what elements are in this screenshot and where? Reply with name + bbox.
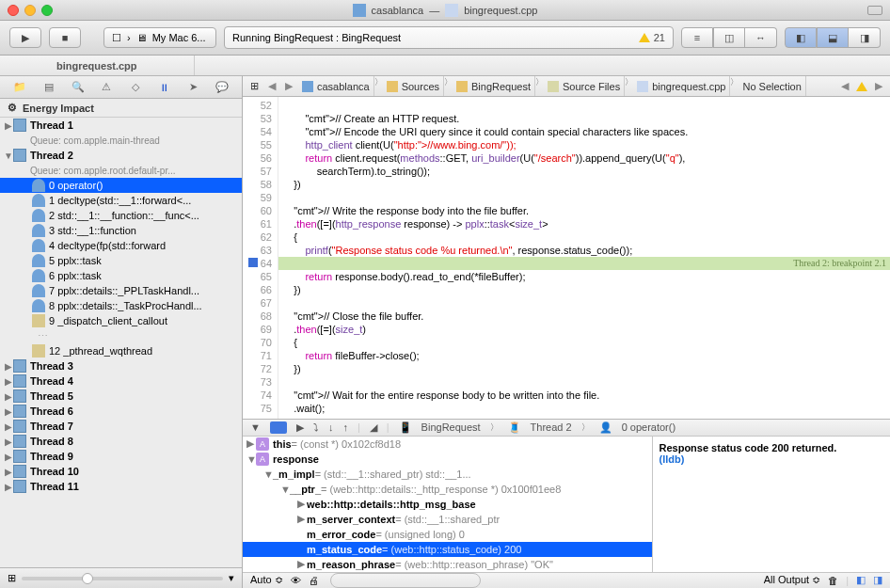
variables-filter[interactable] [330,573,481,588]
process-header[interactable]: ⚙Energy Impact [0,99,242,118]
jump-bar-segment[interactable]: casablanca [298,76,374,96]
thread-icon: 🧵 [508,421,521,434]
print-icon[interactable]: 🖨 [309,575,319,586]
variable-row[interactable]: ▼__ptr_ = (web::http::details::_http_res… [243,482,652,497]
thread-icon [13,420,26,433]
editor-mode-group: ≡ ◫ ↔ [681,27,777,48]
thread-row[interactable]: ▶Thread 5 [0,389,242,404]
step-into-button[interactable]: ↓ [328,421,334,433]
source-editor[interactable]: 525354555657585960616263 646566676869707… [243,97,890,419]
hide-debug-icon[interactable]: ▼ [250,421,261,433]
variable-row[interactable]: ▶m_server_context = (std::__1::shared_pt… [243,512,652,527]
debug-nav-icon[interactable]: ⏸ [156,80,171,95]
stack-frame-row[interactable]: 2 std::__1::__function::__func<... [0,208,242,223]
prev-issue-button[interactable]: ◀ [837,80,852,92]
project-nav-icon[interactable]: 📁 [12,80,27,95]
toggle-utilities-button[interactable]: ◨ [849,27,881,48]
thread-row[interactable]: ▶Thread 8 [0,434,242,449]
assistant-editor-button[interactable]: ◫ [713,27,745,48]
debug-frame[interactable]: 0 operator() [622,421,675,433]
variables-view[interactable]: ▶Athis = (const *) 0x102cf8d18▼Aresponse… [243,437,653,572]
quicklook-icon[interactable]: 👁 [291,575,301,586]
show-vars-icon[interactable]: ◧ [856,574,866,586]
issue-nav-icon[interactable]: ⚠ [99,80,114,95]
thread-row[interactable]: ▶Thread 9 [0,449,242,464]
line-gutter[interactable]: 525354555657585960616263 646566676869707… [243,97,278,419]
variable-row[interactable]: m_error_code = (unsigned long) 0 [243,527,652,542]
toggle-debug-button[interactable]: ⬓ [817,27,849,48]
variable-row[interactable]: ▶Athis = (const *) 0x102cf8d18 [243,437,652,452]
filter-menu-icon[interactable]: ▾ [229,572,234,584]
stack-frame-row[interactable]: 0 operator() [0,178,242,193]
related-items-icon[interactable]: ⊞ [246,80,262,92]
jump-bar-segment[interactable]: Sources [383,76,444,96]
back-button[interactable]: ◀ [264,80,279,92]
auto-variables-selector[interactable]: Auto ≎ [250,574,283,586]
thread-row[interactable]: ▶Thread 7 [0,419,242,434]
stack-frame-row[interactable]: 3 std::__1::function [0,223,242,238]
version-editor-button[interactable]: ↔ [745,27,777,48]
toggle-navigator-button[interactable]: ◧ [785,27,817,48]
forward-button[interactable]: ▶ [281,80,296,92]
variable-row[interactable]: m_status_code = (web::http::status_code)… [243,542,652,557]
show-console-icon[interactable]: ◨ [873,574,882,586]
run-button[interactable]: ▶ [9,27,41,48]
title-file: bingrequest.cpp [464,5,537,16]
file-icon [445,4,458,17]
step-over-button[interactable]: ⤵ [313,421,319,433]
variable-row[interactable]: ▶web::http::details::http_msg_base [243,497,652,512]
thread-icon [13,389,26,403]
report-nav-icon[interactable]: 💬 [215,80,230,95]
thread-row[interactable]: ▶Thread 11 [0,479,242,494]
thread-row[interactable]: ▼Thread 2 [0,148,242,163]
thread-row[interactable]: ▶Thread 1 [0,118,242,133]
code-content[interactable]: "cmt">// Create an HTTP request. "cmt">/… [278,97,890,419]
detail-slider[interactable] [22,577,223,580]
segment-icon [637,81,648,92]
variable-row[interactable]: ▼Aresponse [243,452,652,467]
stack-frame-row[interactable]: 5 pplx::task [0,253,242,268]
stack-frame-row[interactable]: 1 decltype(std::__1::forward<... [0,193,242,208]
variable-row[interactable]: ▼_m_impl = (std::__1::shared_ptr) std::_… [243,467,652,482]
variable-row[interactable]: ▶m_reason_phrase = (web::http::reason_ph… [243,557,652,572]
jump-bar-segment[interactable]: No Selection [739,76,805,96]
step-out-button[interactable]: ↑ [342,421,348,433]
thread-row[interactable]: ▶Thread 10 [0,464,242,479]
stack-frame-row[interactable]: 8 pplx::details::_TaskProcHandl... [0,298,242,313]
thread-tree[interactable]: ▶Thread 1Queue: com.apple.main-thread▼Th… [0,118,242,567]
jump-bar-segment[interactable]: bingrequest.cpp [633,76,730,96]
breakpoints-toggle[interactable] [270,421,287,434]
project-icon [353,4,366,17]
stack-frame-row[interactable]: 9 _dispatch_client_callout [0,313,242,328]
debug-target[interactable]: BingRequest [421,421,481,433]
thread-row[interactable]: ▶Thread 4 [0,373,242,389]
jump-bar-segment[interactable]: BingRequest [453,76,535,96]
stack-frame-row[interactable]: 6 pplx::task [0,268,242,283]
test-nav-icon[interactable]: ◇ [128,80,143,95]
stop-button[interactable]: ■ [49,27,81,48]
breakpoint-nav-icon[interactable]: ➤ [185,80,200,95]
debug-thread[interactable]: Thread 2 [531,421,572,433]
thread-row[interactable]: ▶Thread 3 [0,358,242,373]
thread-row[interactable]: ▶Thread 6 [0,404,242,419]
debug-view-icon[interactable]: ◢ [370,421,377,434]
stack-frame-row[interactable]: 7 pplx::details::_PPLTaskHandl... [0,283,242,298]
clear-console-icon[interactable]: 🗑 [828,575,838,586]
filter-icon[interactable]: ⊞ [8,572,16,584]
standard-editor-button[interactable]: ≡ [681,27,713,48]
issue-count[interactable]: 21 [639,32,665,43]
stack-frame-row[interactable]: 12 _pthread_wqthread [0,343,242,358]
debug-bar: ▼ ▶ ⤵ ↓ ↑ | ◢ | 📱 BingRequest 〉 🧵 Thread… [243,420,890,437]
scheme-selector[interactable]: ☐›🖥 My Mac 6... [103,27,216,48]
next-issue-button[interactable]: ▶ [871,80,886,92]
continue-button[interactable]: ▶ [296,421,304,434]
stack-frame-row[interactable]: ⋯ [0,328,242,343]
console-view[interactable]: Response status code 200 returned. (lldb… [653,437,890,572]
output-filter-selector[interactable]: All Output ≎ [764,574,820,586]
stack-frame-row[interactable]: 4 decltype(fp(std::forward [0,238,242,253]
file-tab[interactable]: bingrequest.cpp [0,56,195,75]
jump-bar-segment[interactable]: Source Files [544,76,625,96]
find-nav-icon[interactable]: 🔍 [71,80,86,95]
thread-icon [13,359,26,373]
symbol-nav-icon[interactable]: ▤ [41,80,56,95]
